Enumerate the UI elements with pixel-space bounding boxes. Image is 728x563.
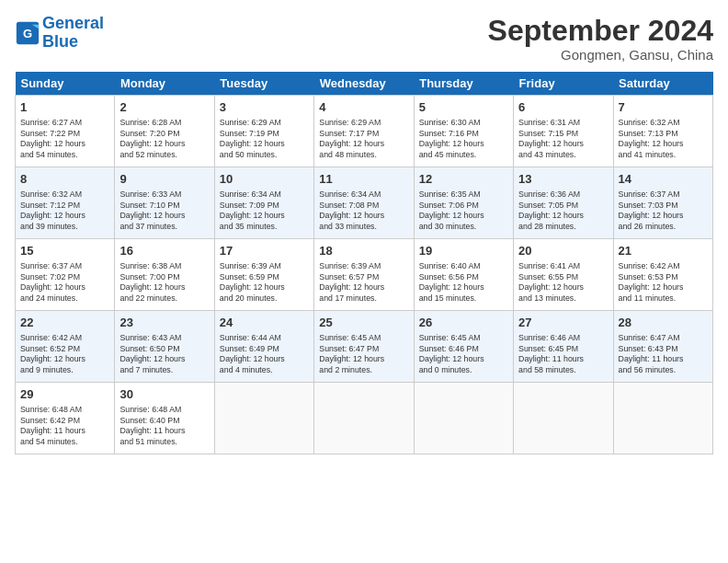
day-detail: Sunrise: 6:45 AMSunset: 6:46 PMDaylight:…	[419, 333, 508, 377]
calendar-cell: 8Sunrise: 6:32 AMSunset: 7:12 PMDaylight…	[16, 167, 115, 239]
weekday-header: Monday	[115, 72, 214, 96]
calendar-cell	[514, 383, 613, 454]
day-detail: Sunrise: 6:32 AMSunset: 7:12 PMDaylight:…	[20, 190, 109, 234]
calendar-cell: 24Sunrise: 6:44 AMSunset: 6:49 PMDayligh…	[214, 311, 313, 383]
calendar-cell	[214, 383, 313, 454]
day-detail: Sunrise: 6:34 AMSunset: 7:09 PMDaylight:…	[220, 190, 309, 234]
calendar-cell: 20Sunrise: 6:41 AMSunset: 6:55 PMDayligh…	[514, 239, 613, 311]
day-number: 30	[119, 386, 209, 403]
weekday-header: Friday	[514, 72, 613, 96]
day-number: 18	[319, 243, 408, 259]
calendar-cell: 22Sunrise: 6:42 AMSunset: 6:52 PMDayligh…	[16, 311, 115, 383]
weekday-header: Thursday	[414, 72, 513, 96]
day-detail: Sunrise: 6:39 AMSunset: 6:57 PMDaylight:…	[319, 261, 408, 305]
day-detail: Sunrise: 6:48 AMSunset: 6:42 PMDaylight:…	[20, 405, 109, 449]
logo-icon: G	[15, 20, 40, 46]
day-number: 9	[119, 171, 209, 188]
day-number: 12	[419, 171, 508, 188]
day-number: 27	[518, 315, 608, 331]
calendar-cell: 21Sunrise: 6:42 AMSunset: 6:53 PMDayligh…	[613, 239, 712, 311]
calendar-cell: 10Sunrise: 6:34 AMSunset: 7:09 PMDayligh…	[214, 167, 313, 239]
day-detail: Sunrise: 6:39 AMSunset: 6:59 PMDaylight:…	[220, 261, 309, 305]
day-number: 7	[619, 99, 708, 116]
day-detail: Sunrise: 6:27 AMSunset: 7:22 PMDaylight:…	[20, 118, 109, 162]
day-number: 22	[20, 315, 109, 331]
calendar-cell	[314, 383, 414, 454]
day-number: 24	[220, 315, 309, 331]
day-number: 11	[319, 171, 408, 188]
calendar-cell: 14Sunrise: 6:37 AMSunset: 7:03 PMDayligh…	[613, 167, 712, 239]
calendar-cell: 26Sunrise: 6:45 AMSunset: 6:46 PMDayligh…	[414, 311, 513, 383]
day-number: 2	[119, 99, 209, 116]
weekday-header: Saturday	[613, 72, 712, 96]
calendar-cell	[613, 383, 712, 454]
title-area: September 2024 Gongmen, Gansu, China	[488, 15, 713, 63]
day-number: 23	[119, 315, 209, 331]
day-number: 5	[419, 99, 508, 116]
day-detail: Sunrise: 6:43 AMSunset: 6:50 PMDaylight:…	[119, 333, 209, 377]
calendar-cell: 4Sunrise: 6:29 AMSunset: 7:17 PMDaylight…	[314, 96, 414, 167]
day-detail: Sunrise: 6:42 AMSunset: 6:53 PMDaylight:…	[619, 261, 708, 305]
calendar-cell: 18Sunrise: 6:39 AMSunset: 6:57 PMDayligh…	[314, 239, 414, 311]
calendar-cell: 15Sunrise: 6:37 AMSunset: 7:02 PMDayligh…	[16, 239, 115, 311]
day-number: 21	[619, 243, 708, 259]
month-title: September 2024	[488, 15, 713, 47]
location: Gongmen, Gansu, China	[488, 47, 713, 63]
logo-text: General Blue	[42, 15, 104, 52]
calendar-cell: 5Sunrise: 6:30 AMSunset: 7:16 PMDaylight…	[414, 96, 513, 167]
day-detail: Sunrise: 6:41 AMSunset: 6:55 PMDaylight:…	[518, 261, 608, 305]
day-detail: Sunrise: 6:31 AMSunset: 7:15 PMDaylight:…	[518, 118, 608, 162]
day-detail: Sunrise: 6:30 AMSunset: 7:16 PMDaylight:…	[419, 118, 508, 162]
weekday-header-row: SundayMondayTuesdayWednesdayThursdayFrid…	[16, 72, 713, 96]
day-detail: Sunrise: 6:28 AMSunset: 7:20 PMDaylight:…	[119, 118, 209, 162]
day-number: 13	[518, 171, 608, 188]
calendar-cell: 9Sunrise: 6:33 AMSunset: 7:10 PMDaylight…	[115, 167, 214, 239]
day-number: 3	[220, 99, 309, 116]
day-detail: Sunrise: 6:44 AMSunset: 6:49 PMDaylight:…	[220, 333, 309, 377]
day-number: 16	[119, 243, 209, 259]
calendar-week-row: 22Sunrise: 6:42 AMSunset: 6:52 PMDayligh…	[16, 311, 713, 383]
day-detail: Sunrise: 6:45 AMSunset: 6:47 PMDaylight:…	[319, 333, 408, 377]
day-number: 17	[220, 243, 309, 259]
calendar-cell: 19Sunrise: 6:40 AMSunset: 6:56 PMDayligh…	[414, 239, 513, 311]
day-detail: Sunrise: 6:34 AMSunset: 7:08 PMDaylight:…	[319, 190, 408, 234]
day-detail: Sunrise: 6:40 AMSunset: 6:56 PMDaylight:…	[419, 261, 508, 305]
calendar-cell: 25Sunrise: 6:45 AMSunset: 6:47 PMDayligh…	[314, 311, 414, 383]
weekday-header: Wednesday	[314, 72, 414, 96]
day-detail: Sunrise: 6:29 AMSunset: 7:17 PMDaylight:…	[319, 118, 408, 162]
page-header: G General Blue September 2024 Gongmen, G…	[15, 15, 713, 63]
calendar-cell: 12Sunrise: 6:35 AMSunset: 7:06 PMDayligh…	[414, 167, 513, 239]
day-detail: Sunrise: 6:35 AMSunset: 7:06 PMDaylight:…	[419, 190, 508, 234]
day-number: 6	[518, 99, 608, 116]
day-detail: Sunrise: 6:29 AMSunset: 7:19 PMDaylight:…	[220, 118, 309, 162]
day-number: 15	[20, 243, 109, 259]
day-detail: Sunrise: 6:37 AMSunset: 7:03 PMDaylight:…	[619, 190, 708, 234]
calendar-cell: 3Sunrise: 6:29 AMSunset: 7:19 PMDaylight…	[214, 96, 313, 167]
calendar-week-row: 29Sunrise: 6:48 AMSunset: 6:42 PMDayligh…	[16, 383, 713, 454]
day-number: 4	[319, 99, 408, 116]
calendar-cell: 27Sunrise: 6:46 AMSunset: 6:45 PMDayligh…	[514, 311, 613, 383]
weekday-header: Sunday	[16, 72, 115, 96]
day-detail: Sunrise: 6:47 AMSunset: 6:43 PMDaylight:…	[619, 333, 708, 377]
day-detail: Sunrise: 6:37 AMSunset: 7:02 PMDaylight:…	[20, 261, 109, 305]
calendar-cell: 16Sunrise: 6:38 AMSunset: 7:00 PMDayligh…	[115, 239, 214, 311]
calendar-week-row: 15Sunrise: 6:37 AMSunset: 7:02 PMDayligh…	[16, 239, 713, 311]
calendar-cell: 6Sunrise: 6:31 AMSunset: 7:15 PMDaylight…	[514, 96, 613, 167]
calendar-cell: 30Sunrise: 6:48 AMSunset: 6:40 PMDayligh…	[115, 383, 214, 454]
calendar-cell: 13Sunrise: 6:36 AMSunset: 7:05 PMDayligh…	[514, 167, 613, 239]
calendar-cell: 23Sunrise: 6:43 AMSunset: 6:50 PMDayligh…	[115, 311, 214, 383]
calendar-cell: 17Sunrise: 6:39 AMSunset: 6:59 PMDayligh…	[214, 239, 313, 311]
day-detail: Sunrise: 6:42 AMSunset: 6:52 PMDaylight:…	[20, 333, 109, 377]
day-number: 1	[20, 99, 109, 116]
day-detail: Sunrise: 6:48 AMSunset: 6:40 PMDaylight:…	[119, 405, 209, 449]
day-number: 26	[419, 315, 508, 331]
day-number: 14	[619, 171, 708, 188]
day-number: 8	[20, 171, 109, 188]
day-number: 10	[220, 171, 309, 188]
calendar-cell	[414, 383, 513, 454]
day-number: 19	[419, 243, 508, 259]
day-number: 29	[20, 386, 109, 403]
day-detail: Sunrise: 6:33 AMSunset: 7:10 PMDaylight:…	[119, 190, 209, 234]
weekday-header: Tuesday	[214, 72, 313, 96]
calendar-cell: 28Sunrise: 6:47 AMSunset: 6:43 PMDayligh…	[613, 311, 712, 383]
